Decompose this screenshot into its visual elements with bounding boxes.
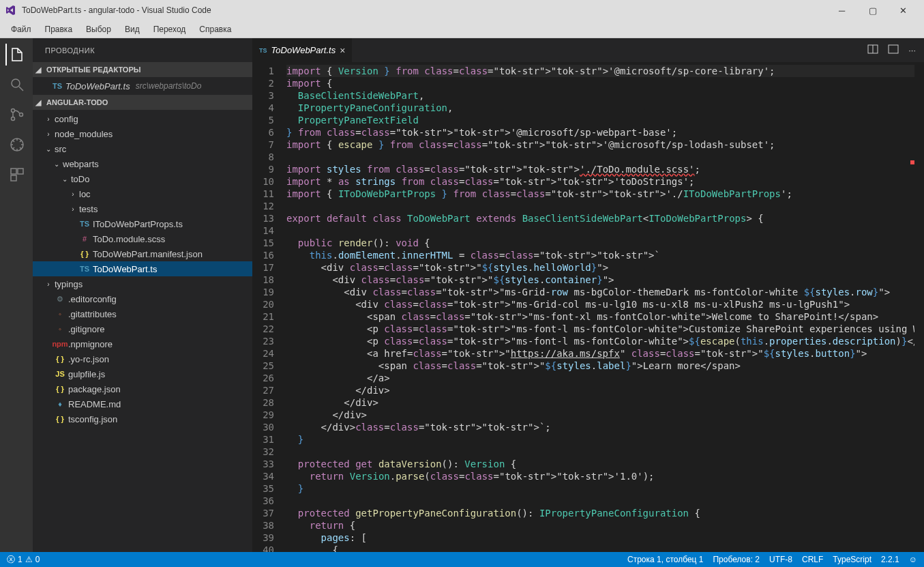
file-item[interactable]: JSgulpfile.js bbox=[33, 366, 252, 381]
menu-view[interactable]: Вид bbox=[119, 23, 145, 35]
project-header[interactable]: ◢ANGULAR-TODO bbox=[33, 95, 252, 110]
file-item[interactable]: npm.npmignore bbox=[33, 336, 252, 351]
extensions-icon[interactable] bbox=[5, 164, 27, 186]
file-item[interactable]: ♦README.md bbox=[33, 396, 252, 411]
folder-item[interactable]: ⌄src bbox=[33, 141, 252, 156]
scm-icon[interactable] bbox=[5, 104, 27, 126]
file-item[interactable]: ◦.gitignore bbox=[33, 321, 252, 336]
tabbar: TS ToDoWebPart.ts × ··· bbox=[252, 38, 924, 62]
folder-item[interactable]: ⌄webparts bbox=[33, 156, 252, 171]
menu-go[interactable]: Переход bbox=[148, 23, 192, 35]
code-area[interactable]: 1234567891011121314151617181920212223242… bbox=[252, 62, 924, 552]
file-item[interactable]: TSIToDoWebPartProps.ts bbox=[33, 216, 252, 231]
svg-point-1 bbox=[12, 109, 15, 113]
folder-item[interactable]: ›node_modules bbox=[33, 126, 252, 141]
file-item[interactable]: TSToDoWebPart.ts bbox=[33, 261, 252, 276]
folder-item[interactable]: ›loc bbox=[33, 186, 252, 201]
status-cursor[interactable]: Строка 1, столбец 1 bbox=[627, 555, 703, 564]
menu-edit[interactable]: Правка bbox=[40, 23, 78, 35]
activitybar bbox=[0, 38, 33, 552]
explorer-icon[interactable] bbox=[5, 44, 27, 66]
menubar: Файл Правка Выбор Вид Переход Справка bbox=[0, 20, 924, 38]
maximize-button[interactable]: ▢ bbox=[857, 0, 888, 20]
svg-rect-7 bbox=[11, 175, 16, 181]
menu-selection[interactable]: Выбор bbox=[80, 23, 117, 35]
line-gutter: 1234567891011121314151617181920212223242… bbox=[252, 62, 286, 552]
error-icon: ⓧ bbox=[7, 554, 15, 566]
editor-layout-icon[interactable] bbox=[888, 44, 899, 57]
tab-close-icon[interactable]: × bbox=[340, 45, 345, 56]
file-item[interactable]: ◦.gitattributes bbox=[33, 306, 252, 321]
code-content[interactable]: import { Version } from class=class="tok… bbox=[286, 62, 914, 552]
folder-item[interactable]: ⌄toDo bbox=[33, 171, 252, 186]
ts-icon: TS bbox=[52, 82, 63, 90]
file-item[interactable]: { }ToDoWebPart.manifest.json bbox=[33, 246, 252, 261]
svg-point-0 bbox=[12, 79, 20, 87]
tab-active[interactable]: TS ToDoWebPart.ts × bbox=[252, 38, 352, 62]
error-marker[interactable] bbox=[910, 160, 914, 164]
svg-rect-5 bbox=[11, 169, 16, 174]
svg-rect-6 bbox=[18, 169, 23, 174]
minimize-button[interactable]: ─ bbox=[826, 0, 857, 20]
status-eol[interactable]: CRLF bbox=[802, 555, 823, 564]
file-item[interactable]: { }package.json bbox=[33, 381, 252, 396]
file-item[interactable]: ⚙.editorconfig bbox=[33, 291, 252, 306]
split-editor-icon[interactable] bbox=[867, 44, 878, 57]
sidebar-title: ПРОВОДНИК bbox=[33, 38, 252, 62]
svg-rect-9 bbox=[889, 45, 898, 53]
file-item[interactable]: { }.yo-rc.json bbox=[33, 351, 252, 366]
status-spaces[interactable]: Пробелов: 2 bbox=[713, 555, 760, 564]
window-title: ToDoWebPart.ts - angular-todo - Visual S… bbox=[22, 5, 826, 15]
vscode-icon bbox=[5, 5, 16, 16]
status-version[interactable]: 2.2.1 bbox=[881, 555, 899, 564]
file-tree: ›config›node_modules⌄src⌄webparts⌄toDo›l… bbox=[33, 110, 252, 428]
open-editors-header[interactable]: ◢ОТКРЫТЫЕ РЕДАКТОРЫ bbox=[33, 62, 252, 77]
folder-item[interactable]: ›typings bbox=[33, 276, 252, 291]
folder-item[interactable]: ›tests bbox=[33, 201, 252, 216]
more-icon[interactable]: ··· bbox=[908, 45, 916, 55]
scrollbar[interactable] bbox=[914, 62, 924, 552]
search-icon[interactable] bbox=[5, 74, 27, 96]
statusbar: ⓧ1 ⚠0 Строка 1, столбец 1 Пробелов: 2 UT… bbox=[0, 552, 924, 567]
overview-ruler[interactable] bbox=[910, 62, 914, 552]
status-lang[interactable]: TypeScript bbox=[833, 555, 871, 564]
warning-icon: ⚠ bbox=[25, 555, 33, 564]
file-item[interactable]: { }tsconfig.json bbox=[33, 411, 252, 426]
open-editor-item[interactable]: TS ToDoWebPart.ts src\webparts\toDo bbox=[33, 78, 252, 93]
feedback-icon[interactable]: ☺ bbox=[909, 555, 917, 564]
status-encoding[interactable]: UTF-8 bbox=[769, 555, 792, 564]
debug-icon[interactable] bbox=[5, 134, 27, 156]
file-item[interactable]: #ToDo.module.scss bbox=[33, 231, 252, 246]
svg-point-3 bbox=[20, 113, 23, 117]
folder-item[interactable]: ›config bbox=[33, 111, 252, 126]
menu-file[interactable]: Файл bbox=[5, 23, 37, 35]
status-problems[interactable]: ⓧ1 ⚠0 bbox=[7, 554, 40, 566]
close-button[interactable]: ✕ bbox=[888, 0, 919, 20]
svg-point-2 bbox=[12, 117, 15, 121]
menu-help[interactable]: Справка bbox=[194, 23, 237, 35]
titlebar: ToDoWebPart.ts - angular-todo - Visual S… bbox=[0, 0, 924, 20]
sidebar: ПРОВОДНИК ◢ОТКРЫТЫЕ РЕДАКТОРЫ TS ToDoWeb… bbox=[33, 38, 252, 552]
ts-icon: TS bbox=[259, 47, 267, 54]
editor: TS ToDoWebPart.ts × ··· 1234567891011121… bbox=[252, 38, 924, 552]
